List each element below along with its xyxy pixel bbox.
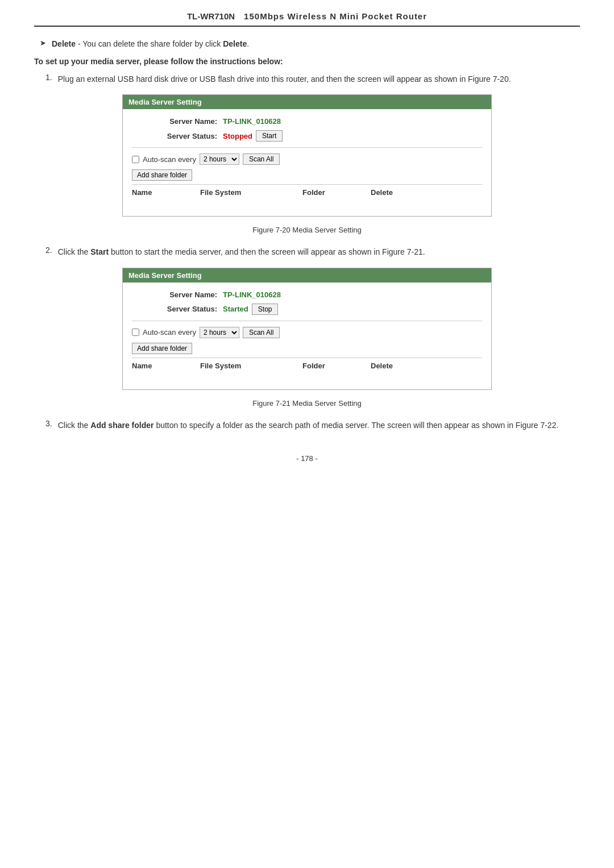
server-name-label: Server Name: — [155, 117, 217, 126]
server-name-value-21: TP-LINK_010628 — [223, 290, 281, 299]
autoscan-row-21: Auto-scan every 2 hours Scan All — [132, 327, 482, 338]
figure-21-box: Media Server Setting Server Name: TP-LIN… — [122, 268, 492, 390]
autoscan-row: Auto-scan every 2 hours Scan All — [132, 153, 482, 165]
step-3-text-before: Click the — [58, 421, 91, 430]
step-1: 1. Plug an external USB hard disk drive … — [34, 73, 580, 85]
figure-20-box: Media Server Setting Server Name: TP-LIN… — [122, 94, 492, 217]
step-3-num: 3. — [45, 419, 52, 428]
server-status-value-21: Started — [223, 305, 248, 313]
bullet-arrow-icon: ➤ — [40, 39, 46, 47]
step-2-text: Click the Start button to start the medi… — [58, 246, 425, 258]
server-name-row: Server Name: TP-LINK_010628 — [132, 117, 482, 126]
step-3-text: Click the Add share folder button to spe… — [58, 419, 559, 431]
divider-1 — [132, 147, 482, 148]
server-status-row: Server Status: Stopped Start — [132, 130, 482, 142]
step-2-text-before: Click the — [58, 247, 91, 256]
step-1-text: Plug an external USB hard disk drive or … — [58, 73, 511, 85]
col-folder-20: Folder — [302, 188, 371, 197]
step-2: 2. Click the Start button to start the m… — [34, 246, 580, 258]
autoscan-checkbox[interactable] — [132, 156, 139, 163]
col-name-21: Name — [132, 362, 200, 370]
figure-21-body: Server Name: TP-LINK_010628 Server Statu… — [123, 283, 491, 389]
add-share-row-21: Add share folder — [132, 343, 482, 354]
autoscan-label-21: Auto-scan every — [143, 328, 196, 337]
table-empty-row-21 — [132, 372, 482, 384]
col-delete-21: Delete — [371, 362, 416, 370]
delete-bold-end: Delete — [223, 39, 247, 48]
server-name-row-21: Server Name: TP-LINK_010628 — [132, 290, 482, 299]
model-number: TL-WR710N — [187, 11, 235, 21]
section-heading: To set up your media server, please foll… — [34, 57, 580, 66]
server-status-row-21: Server Status: Started Stop — [132, 304, 482, 315]
step-1-num: 1. — [45, 73, 52, 82]
step-2-bold: Start — [90, 247, 109, 256]
delete-text: Delete - You can delete the share folder… — [52, 38, 249, 50]
divider-2 — [132, 321, 482, 321]
step-3: 3. Click the Add share folder button to … — [34, 419, 580, 431]
server-name-label-21: Server Name: — [155, 290, 217, 299]
figure-20-caption: Figure 7-20 Media Server Setting — [34, 226, 580, 234]
table-header-21: Name File System Folder Delete — [132, 358, 482, 372]
hours-select[interactable]: 2 hours — [200, 153, 239, 165]
figure-20-title: Media Server Setting — [123, 95, 491, 109]
delete-middle-text: - You can delete the share folder by cli… — [76, 39, 223, 48]
add-share-row-20: Add share folder — [132, 169, 482, 181]
figure-20-body: Server Name: TP-LINK_010628 Server Statu… — [123, 109, 491, 216]
stop-button[interactable]: Stop — [252, 304, 279, 315]
scan-all-button-20[interactable]: Scan All — [243, 153, 280, 165]
delete-bullet: ➤ Delete - You can delete the share fold… — [34, 38, 580, 50]
page-number: - 178 - — [34, 454, 580, 463]
server-status-value: Stopped — [223, 132, 252, 140]
autoscan-checkbox-21[interactable] — [132, 329, 139, 336]
start-button[interactable]: Start — [256, 130, 283, 142]
col-fs-21: File System — [200, 362, 302, 370]
add-share-folder-button-21[interactable]: Add share folder — [132, 343, 192, 354]
product-description: 150Mbps Wireless N Mini Pocket Router — [244, 11, 427, 21]
table-header-20: Name File System Folder Delete — [132, 184, 482, 199]
col-delete-20: Delete — [371, 188, 416, 197]
figure-21-caption: Figure 7-21 Media Server Setting — [34, 399, 580, 408]
server-status-label-21: Server Status: — [155, 305, 217, 313]
autoscan-label: Auto-scan every — [143, 155, 196, 164]
server-name-value: TP-LINK_010628 — [223, 117, 281, 126]
page-header: TL-WR710N 150Mbps Wireless N Mini Pocket… — [34, 11, 580, 27]
col-folder-21: Folder — [302, 362, 371, 370]
step-2-num: 2. — [45, 246, 52, 255]
table-empty-row-20 — [132, 199, 482, 210]
scan-all-button-21[interactable]: Scan All — [243, 327, 280, 338]
step-3-text-after: button to specify a folder as the search… — [154, 421, 559, 430]
delete-bold: Delete — [52, 39, 76, 48]
add-share-folder-button-20[interactable]: Add share folder — [132, 169, 192, 181]
hours-select-21[interactable]: 2 hours — [200, 327, 239, 338]
step-2-text-after: button to start the media server, and th… — [109, 247, 425, 256]
server-status-label: Server Status: — [155, 132, 217, 140]
figure-21-title: Media Server Setting — [123, 268, 491, 283]
col-name-20: Name — [132, 188, 200, 197]
col-fs-20: File System — [200, 188, 302, 197]
delete-period: . — [247, 39, 249, 48]
step-3-bold: Add share folder — [90, 421, 154, 430]
